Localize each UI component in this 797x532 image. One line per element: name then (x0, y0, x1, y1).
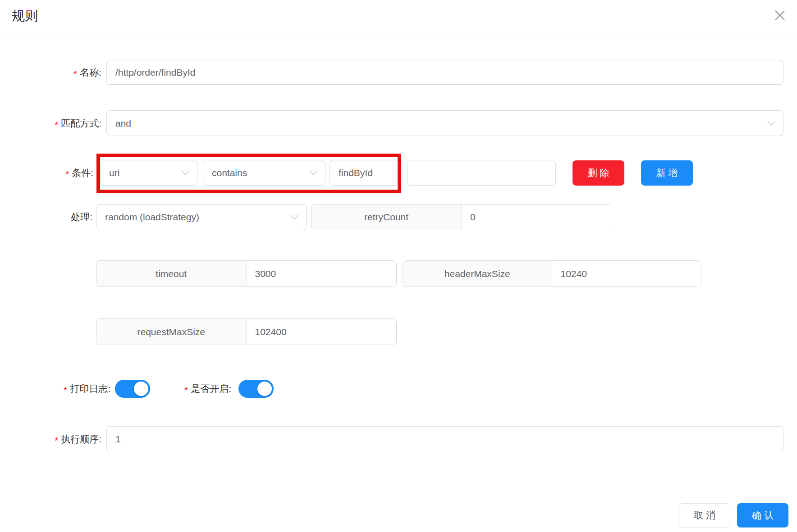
footer-divider (0, 493, 797, 493)
timeout-input[interactable] (247, 261, 397, 286)
required-asterisk: * (55, 119, 58, 130)
enabled-label: * 是否开启: (153, 380, 231, 398)
required-asterisk: * (73, 68, 77, 79)
load-strategy-value: random (loadStrategy) (105, 212, 199, 223)
condition-field-select[interactable]: uri (100, 160, 197, 186)
order-label: * 执行顺序: (0, 426, 101, 452)
condition-keyword-input[interactable] (330, 160, 399, 186)
dialog-title: 规则 (12, 7, 38, 25)
match-type-select[interactable]: and (106, 110, 783, 136)
retry-count-group: retryCount (311, 204, 612, 230)
header-max-size-group: headerMaxSize (403, 260, 701, 287)
order-input[interactable] (106, 426, 783, 452)
condition-add-button[interactable]: 新 增 (641, 160, 693, 186)
chevron-down-icon (290, 214, 299, 220)
print-log-toggle[interactable] (115, 380, 150, 398)
confirm-button[interactable]: 确 认 (737, 503, 788, 527)
rule-dialog: 规则 * 名称: * 匹配方式: and * 条件: uri contains (0, 0, 797, 532)
condition-label: * 条件: (0, 160, 93, 186)
required-asterisk: * (184, 385, 188, 396)
print-log-label: * 打印日志: (0, 380, 110, 398)
condition-field-value: uri (109, 168, 119, 178)
match-type-label: * 匹配方式: (0, 110, 101, 136)
retry-count-addon-label: retryCount (311, 205, 462, 230)
chevron-down-icon (181, 170, 190, 176)
toggle-knob (134, 382, 148, 396)
condition-operator-value: contains (212, 168, 247, 178)
close-icon (773, 9, 787, 23)
chevron-down-icon (309, 170, 318, 176)
request-max-size-addon-label: requestMaxSize (96, 319, 247, 345)
header-max-size-addon-label: headerMaxSize (403, 261, 552, 286)
required-asterisk: * (55, 435, 58, 446)
condition-operator-select[interactable]: contains (203, 160, 325, 186)
required-asterisk: * (65, 169, 69, 180)
load-strategy-select[interactable]: random (loadStrategy) (96, 204, 307, 230)
match-type-value: and (115, 118, 131, 129)
name-label: * 名称: (0, 60, 101, 85)
timeout-addon-label: timeout (96, 261, 247, 286)
dialog-header: 规则 (0, 0, 797, 36)
name-input[interactable] (106, 60, 783, 85)
required-asterisk: * (64, 385, 67, 396)
request-max-size-group: requestMaxSize (96, 318, 397, 345)
close-button[interactable] (771, 7, 789, 25)
handle-label: 处理: (0, 204, 92, 230)
header-max-size-input[interactable] (552, 261, 701, 286)
enabled-toggle[interactable] (238, 380, 274, 398)
request-max-size-input[interactable] (247, 319, 397, 345)
toggle-knob (257, 382, 272, 396)
chevron-down-icon (767, 120, 776, 126)
retry-count-input[interactable] (462, 205, 612, 230)
condition-extra-input[interactable] (407, 160, 556, 186)
cancel-button[interactable]: 取 消 (679, 503, 730, 527)
timeout-group: timeout (96, 260, 397, 287)
condition-delete-button[interactable]: 删 除 (573, 160, 624, 186)
